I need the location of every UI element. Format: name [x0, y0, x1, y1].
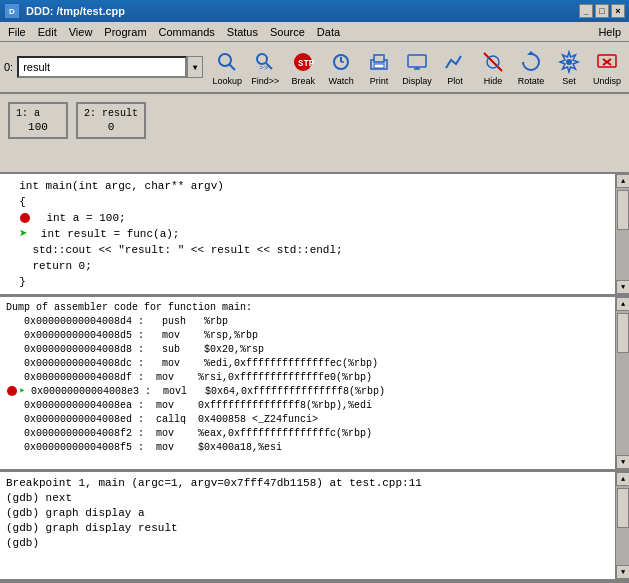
menu-file[interactable]: File: [2, 25, 32, 39]
source-line-3: std::cout << "result: " << result << std…: [6, 244, 343, 288]
svg-point-23: [20, 213, 30, 223]
source-scroll-thumb[interactable]: [617, 190, 629, 230]
svg-text:STP: STP: [298, 59, 315, 69]
source-scroll-down[interactable]: ▼: [616, 280, 629, 294]
toolbar: 0: ▼ Lookup >> Find>> STP Break Watch Pr…: [0, 42, 629, 94]
undisp-icon: [593, 48, 621, 76]
source-line-1: int main(int argc, char** argv) {: [6, 180, 224, 208]
set-button[interactable]: Set: [551, 46, 587, 88]
console-scroll-down[interactable]: ▼: [616, 565, 629, 579]
title-bar: D DDD: /tmp/test.cpp _ □ ×: [0, 0, 629, 22]
console-scroll-track[interactable]: [616, 486, 629, 565]
undisp-button[interactable]: Undisp: [589, 46, 625, 88]
maximize-button[interactable]: □: [595, 4, 609, 18]
console-scroll-thumb[interactable]: [617, 488, 629, 528]
expression-dropdown[interactable]: ▼: [187, 56, 203, 78]
rotate-button[interactable]: Rotate: [513, 46, 549, 88]
input-label: 0:: [4, 61, 13, 73]
menu-data[interactable]: Data: [311, 25, 346, 39]
source-line-stop: int a = 100;: [6, 212, 126, 224]
data-box-result-value: 0: [84, 121, 138, 133]
svg-rect-11: [374, 55, 384, 62]
menu-edit[interactable]: Edit: [32, 25, 63, 39]
console-text: Breakpoint 1, main (argc=1, argv=0x7fff4…: [0, 472, 615, 579]
break-label: Break: [291, 76, 315, 86]
find-label: Find>>: [251, 76, 279, 86]
rotate-icon: [517, 48, 545, 76]
break-button[interactable]: STP Break: [285, 46, 321, 88]
data-box-a-value: 100: [16, 121, 60, 133]
minimize-button[interactable]: _: [579, 4, 593, 18]
lookup-button[interactable]: Lookup: [209, 46, 245, 88]
console-scrollbar: ▲ ▼: [615, 472, 629, 579]
asm-scroll-track[interactable]: [616, 311, 629, 455]
console-scroll-up[interactable]: ▲: [616, 472, 629, 486]
break-icon: STP: [289, 48, 317, 76]
watch-button[interactable]: Watch: [323, 46, 359, 88]
display-label: Display: [402, 76, 432, 86]
source-line-arrow: ➤ int result = func(a);: [6, 228, 179, 240]
hide-icon: [479, 48, 507, 76]
hide-button[interactable]: Hide: [475, 46, 511, 88]
data-box-a: 1: a 100: [8, 102, 68, 139]
menu-view[interactable]: View: [63, 25, 99, 39]
hide-label: Hide: [484, 76, 503, 86]
window-controls: _ □ ×: [579, 4, 625, 18]
data-box-result: 2: result 0: [76, 102, 146, 139]
print-icon: [365, 48, 393, 76]
app-icon: D: [4, 3, 20, 19]
watch-icon: [327, 48, 355, 76]
close-button[interactable]: ×: [611, 4, 625, 18]
svg-line-1: [229, 64, 235, 70]
svg-marker-18: [527, 51, 535, 55]
asm-scrollbar: ▲ ▼: [615, 297, 629, 469]
data-box-a-title: 1: a: [16, 108, 60, 119]
expression-input-group: 0: ▼: [4, 56, 203, 78]
source-text: int main(int argc, char** argv) { int a …: [0, 174, 615, 294]
display-icon: [403, 48, 431, 76]
print-label: Print: [370, 76, 389, 86]
title-text: DDD: /tmp/test.cpp: [26, 5, 579, 17]
source-scrollbar: ▲ ▼: [615, 174, 629, 294]
svg-point-19: [566, 59, 572, 65]
expression-input[interactable]: [17, 56, 187, 78]
lookup-icon: [213, 48, 241, 76]
data-display-area: 1: a 100 2: result 0: [0, 94, 629, 174]
lookup-label: Lookup: [212, 76, 242, 86]
console-pane: Breakpoint 1, main (argc=1, argv=0x7fff4…: [0, 472, 629, 582]
data-box-result-title: 2: result: [84, 108, 138, 119]
menu-help[interactable]: Help: [592, 25, 627, 39]
display-button[interactable]: Display: [399, 46, 435, 88]
menu-source[interactable]: Source: [264, 25, 311, 39]
plot-label: Plot: [447, 76, 463, 86]
asm-scroll-up[interactable]: ▲: [616, 297, 629, 311]
source-scroll-track[interactable]: [616, 188, 629, 280]
find-button[interactable]: >> Find>>: [247, 46, 283, 88]
set-label: Set: [562, 76, 576, 86]
assembly-pane: Dump of assembler code for function main…: [0, 297, 629, 472]
asm-scroll-thumb[interactable]: [617, 313, 629, 353]
svg-text:>>: >>: [259, 63, 269, 72]
svg-point-24: [7, 386, 17, 396]
assembly-text: Dump of assembler code for function main…: [0, 297, 615, 469]
menu-status[interactable]: Status: [221, 25, 264, 39]
svg-rect-12: [374, 64, 384, 68]
watch-label: Watch: [329, 76, 354, 86]
svg-rect-13: [408, 55, 426, 67]
plot-button[interactable]: Plot: [437, 46, 473, 88]
print-button[interactable]: Print: [361, 46, 397, 88]
source-pane: int main(int argc, char** argv) { int a …: [0, 174, 629, 297]
undisp-label: Undisp: [593, 76, 621, 86]
plot-icon: [441, 48, 469, 76]
menu-program[interactable]: Program: [98, 25, 152, 39]
source-scroll-up[interactable]: ▲: [616, 174, 629, 188]
rotate-label: Rotate: [518, 76, 545, 86]
set-icon: [555, 48, 583, 76]
find-icon: >>: [251, 48, 279, 76]
asm-scroll-down[interactable]: ▼: [616, 455, 629, 469]
menu-bar: File Edit View Program Commands Status S…: [0, 22, 629, 42]
menu-commands[interactable]: Commands: [153, 25, 221, 39]
